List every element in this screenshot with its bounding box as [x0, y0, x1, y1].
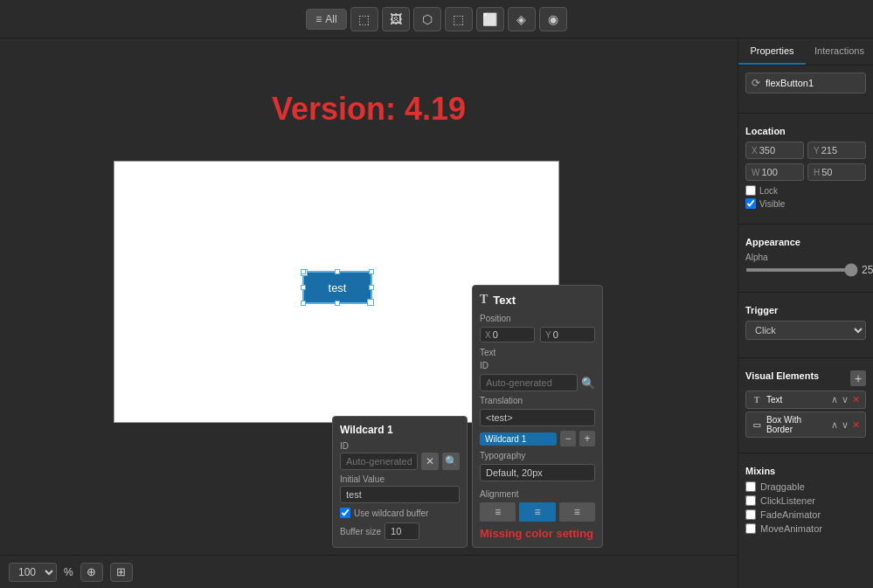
- translation-section-label: Translation: [480, 396, 595, 405]
- component-name-section: ⟳ flexButton1: [738, 66, 873, 107]
- list-icon: ≡: [315, 13, 322, 25]
- ve-box-remove-btn[interactable]: ✕: [851, 419, 861, 431]
- ve-text-down-btn[interactable]: ∨: [841, 394, 849, 405]
- component-box[interactable]: test: [302, 271, 372, 304]
- location-title: Location: [745, 126, 866, 136]
- wildcard-id-clear-btn[interactable]: ✕: [421, 453, 439, 470]
- mixin-fadeanimator: FadeAnimator: [745, 509, 866, 520]
- typography-section-label: Typography: [480, 451, 595, 460]
- wildcard-plus-btn[interactable]: +: [579, 431, 595, 446]
- align-center-btn[interactable]: ≡: [519, 502, 555, 522]
- text-id-search-btn[interactable]: 🔍: [581, 377, 595, 390]
- align-left-btn[interactable]: ≡: [480, 502, 516, 522]
- component-text: test: [329, 281, 347, 294]
- appearance-section: Appearance Alpha 255: [738, 230, 873, 287]
- visible-checkbox[interactable]: [745, 198, 756, 209]
- rp-w-val: 100: [761, 167, 777, 177]
- ve-title: Visual Elements: [745, 370, 819, 381]
- expand-button[interactable]: ⊞: [110, 563, 133, 582]
- toolbar-all-button[interactable]: ≡ All: [306, 9, 346, 30]
- resize-handle-b[interactable]: [335, 301, 340, 306]
- main-area: Version: 4.19 test Wildcard 1 ID ✕ 🔍: [0, 38, 873, 588]
- divider-3: [738, 292, 873, 293]
- ve-add-button[interactable]: +: [850, 370, 866, 386]
- wildcard-panel: Wildcard 1 ID ✕ 🔍 Initial Value Use wild…: [332, 416, 468, 548]
- divider-2: [738, 224, 873, 225]
- tab-interactions[interactable]: Interactions: [806, 38, 873, 65]
- text-panel-title: Text: [493, 294, 516, 307]
- trigger-select[interactable]: Click Hover Double Click: [745, 321, 866, 340]
- wildcard-panel-title: Wildcard 1: [340, 424, 460, 436]
- ve-text-remove-btn[interactable]: ✕: [851, 394, 861, 405]
- toolbar-circle-button[interactable]: ◉: [539, 7, 567, 31]
- mixin-moveanimator-label: MoveAnimator: [760, 523, 822, 534]
- ve-box-up-btn[interactable]: ∧: [830, 419, 839, 431]
- x-label: X: [485, 330, 491, 340]
- toolbar-layer-button[interactable]: ◈: [508, 7, 536, 31]
- mixin-moveanimator: MoveAnimator: [745, 523, 866, 534]
- toolbar-component-button[interactable]: ⬡: [413, 7, 441, 31]
- ve-item-text: T Text ∧ ∨ ✕: [745, 391, 866, 409]
- zoom-select[interactable]: 100: [9, 563, 57, 582]
- alignment-section-label: Alignment: [480, 489, 595, 499]
- buffer-size-input[interactable]: [385, 522, 419, 540]
- rp-y-field: Y 215: [807, 142, 866, 159]
- resize-handle-t[interactable]: [335, 269, 340, 274]
- toolbar-frame-button[interactable]: ⬚: [350, 7, 378, 31]
- ve-text-label: Text: [766, 395, 827, 405]
- resize-handle-l[interactable]: [301, 285, 306, 290]
- alpha-value: 255: [862, 264, 873, 276]
- resize-handle-tl[interactable]: [301, 269, 306, 274]
- resize-handle-tr[interactable]: [369, 269, 374, 274]
- rp-x-key: X: [752, 146, 758, 156]
- mixin-clicklistener: ClickListener: [745, 495, 866, 506]
- wildcard-initial-value-input[interactable]: [340, 486, 460, 503]
- ve-text-up-btn[interactable]: ∧: [830, 394, 839, 405]
- lock-checkbox[interactable]: [745, 185, 756, 196]
- wildcard-buffer-checkbox[interactable]: [340, 508, 350, 518]
- rp-h-field: H 50: [807, 163, 866, 181]
- bottom-bar: 100 % ⊕ ⊞: [0, 555, 738, 588]
- rp-x-field: X 350: [745, 142, 804, 159]
- ve-box-label: Box With Border: [766, 415, 827, 434]
- mixin-moveanimator-checkbox[interactable]: [745, 523, 756, 534]
- visual-elements-section: Visual Elements + T Text ∧ ∨ ✕ ▭ Box Wit…: [738, 363, 873, 447]
- right-panel: Properties Interactions ⟳ flexButton1 Lo…: [738, 38, 873, 588]
- wildcard-minus-btn[interactable]: −: [560, 431, 576, 446]
- text-id-input[interactable]: [480, 374, 578, 391]
- resize-handle-bl[interactable]: [301, 301, 306, 306]
- mixin-fadeanimator-checkbox[interactable]: [745, 509, 756, 520]
- tab-properties[interactable]: Properties: [738, 38, 806, 65]
- rp-x-val: 350: [759, 145, 775, 156]
- rp-y-key: Y: [814, 146, 820, 156]
- translation-input[interactable]: [480, 409, 595, 426]
- wildcard-buffer-label: Use wildcard buffer: [354, 508, 428, 518]
- divider-4: [738, 357, 873, 358]
- toolbar-widget-button[interactable]: ⬚: [445, 7, 473, 31]
- mixin-draggable: Draggable: [745, 481, 866, 492]
- rp-h-val: 50: [821, 167, 832, 177]
- mixin-clicklistener-label: ClickListener: [760, 495, 815, 506]
- toolbar-image-button[interactable]: 🖼: [382, 7, 410, 31]
- ve-box-down-btn[interactable]: ∨: [841, 419, 849, 431]
- resize-handle-r[interactable]: [369, 285, 374, 290]
- ve-text-icon: T: [751, 395, 763, 405]
- trigger-title: Trigger: [745, 305, 866, 315]
- y-value: 0: [553, 329, 558, 340]
- mixin-clicklistener-checkbox[interactable]: [745, 495, 756, 506]
- ve-box-icon: ▭: [751, 420, 763, 430]
- wildcard-id-search-btn[interactable]: 🔍: [442, 453, 460, 470]
- align-right-btn[interactable]: ≡: [559, 502, 595, 522]
- resize-handle-br[interactable]: [369, 301, 374, 306]
- visible-label: Visible: [759, 199, 785, 209]
- mixin-draggable-checkbox[interactable]: [745, 481, 756, 492]
- alpha-slider[interactable]: [745, 268, 858, 272]
- right-panel-tabs: Properties Interactions: [738, 38, 873, 66]
- toolbar-box-button[interactable]: ⬜: [476, 7, 504, 31]
- wildcard-id-input[interactable]: [340, 453, 418, 470]
- rp-h-key: H: [814, 168, 820, 177]
- mixins-title: Mixins: [745, 466, 866, 476]
- fit-button[interactable]: ⊕: [80, 563, 103, 582]
- typography-input[interactable]: [480, 464, 595, 481]
- alpha-label: Alpha: [745, 252, 866, 262]
